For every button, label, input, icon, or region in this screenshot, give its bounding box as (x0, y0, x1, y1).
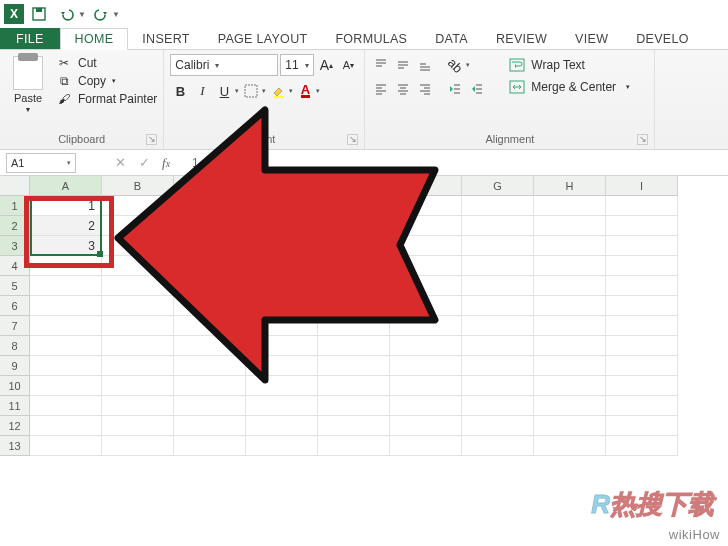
cell-D3[interactable] (246, 236, 318, 256)
paste-dropdown-icon[interactable]: ▼ (25, 106, 32, 113)
row-header-10[interactable]: 10 (0, 376, 30, 396)
cell-A6[interactable] (30, 296, 102, 316)
formula-value[interactable]: 1 (192, 156, 199, 170)
cell-A4[interactable] (30, 256, 102, 276)
enter-formula-button[interactable]: ✓ (134, 153, 154, 173)
row-header-9[interactable]: 9 (0, 356, 30, 376)
fill-dropdown-icon[interactable]: ▾ (289, 87, 293, 95)
tab-developer[interactable]: DEVELO (622, 28, 703, 49)
cell-A12[interactable] (30, 416, 102, 436)
cell-A10[interactable] (30, 376, 102, 396)
paste-button[interactable]: Paste ▼ (6, 54, 50, 131)
orientation-button[interactable]: ab (445, 54, 465, 76)
col-header-B[interactable]: B (102, 176, 174, 196)
font-size-combo[interactable]: 11▾ (280, 54, 314, 76)
undo-icon[interactable] (54, 2, 80, 26)
cell-D2[interactable] (246, 216, 318, 236)
cell-H3[interactable] (534, 236, 606, 256)
tab-data[interactable]: DATA (421, 28, 482, 49)
tab-insert[interactable]: INSERT (128, 28, 203, 49)
cut-button[interactable]: ✂ Cut (56, 56, 157, 70)
cell-C3[interactable] (174, 236, 246, 256)
align-left-button[interactable] (371, 78, 391, 100)
cell-B3[interactable] (102, 236, 174, 256)
underline-dropdown-icon[interactable]: ▾ (235, 87, 239, 95)
cell-B1[interactable] (102, 196, 174, 216)
fx-icon[interactable]: fx (162, 155, 170, 171)
font-color-button[interactable]: A (295, 80, 315, 102)
decrease-indent-button[interactable] (445, 78, 465, 100)
row-header-13[interactable]: 13 (0, 436, 30, 456)
row-header-3[interactable]: 3 (0, 236, 30, 256)
tab-review[interactable]: REVIEW (482, 28, 561, 49)
cell-G3[interactable] (462, 236, 534, 256)
fontcolor-dropdown-icon[interactable]: ▾ (316, 87, 320, 95)
merge-dropdown-icon[interactable]: ▾ (626, 83, 630, 91)
cell-C2[interactable] (174, 216, 246, 236)
align-top-button[interactable] (371, 54, 391, 76)
cell-E2[interactable] (318, 216, 390, 236)
col-header-F[interactable]: F (390, 176, 462, 196)
cell-C1[interactable] (174, 196, 246, 216)
cell-A9[interactable] (30, 356, 102, 376)
select-all-corner[interactable] (0, 176, 30, 196)
col-header-I[interactable]: I (606, 176, 678, 196)
row-header-7[interactable]: 7 (0, 316, 30, 336)
cells-area[interactable]: 1 2 3 (30, 196, 678, 456)
cell-A5[interactable] (30, 276, 102, 296)
col-header-C[interactable]: C (174, 176, 246, 196)
tab-file[interactable]: FILE (0, 28, 60, 49)
borders-button[interactable] (241, 80, 261, 102)
row-header-5[interactable]: 5 (0, 276, 30, 296)
wrap-text-button[interactable]: Wrap Text (503, 54, 636, 76)
copy-dropdown-icon[interactable]: ▾ (112, 77, 116, 85)
orientation-dropdown-icon[interactable]: ▾ (466, 61, 470, 69)
cell-F2[interactable] (390, 216, 462, 236)
cell-I3[interactable] (606, 236, 678, 256)
cell-H2[interactable] (534, 216, 606, 236)
qat-customize-icon[interactable]: ▼ (112, 10, 120, 19)
row-header-6[interactable]: 6 (0, 296, 30, 316)
bold-button[interactable]: B (170, 80, 190, 102)
italic-button[interactable]: I (192, 80, 212, 102)
cell-B2[interactable] (102, 216, 174, 236)
underline-button[interactable]: U (214, 80, 234, 102)
cell-F3[interactable] (390, 236, 462, 256)
alignment-dialog-launcher-icon[interactable]: ↘ (637, 134, 648, 145)
decrease-font-button[interactable]: A▾ (338, 54, 358, 76)
cell-E1[interactable] (318, 196, 390, 216)
col-header-G[interactable]: G (462, 176, 534, 196)
col-header-E[interactable]: E (318, 176, 390, 196)
col-header-H[interactable]: H (534, 176, 606, 196)
cell-A8[interactable] (30, 336, 102, 356)
align-middle-button[interactable] (393, 54, 413, 76)
font-dialog-launcher-icon[interactable]: ↘ (347, 134, 358, 145)
increase-font-button[interactable]: A▴ (316, 54, 336, 76)
cell-F1[interactable] (390, 196, 462, 216)
tab-home[interactable]: HOME (60, 28, 129, 50)
cancel-formula-button[interactable]: ✕ (110, 153, 130, 173)
cell-H1[interactable] (534, 196, 606, 216)
tab-view[interactable]: VIEW (561, 28, 622, 49)
row-header-2[interactable]: 2 (0, 216, 30, 236)
merge-center-button[interactable]: Merge & Center ▾ (503, 76, 636, 98)
cell-A13[interactable] (30, 436, 102, 456)
tab-page-layout[interactable]: PAGE LAYOUT (204, 28, 322, 49)
save-icon[interactable] (26, 2, 52, 26)
cell-I2[interactable] (606, 216, 678, 236)
cell-A7[interactable] (30, 316, 102, 336)
clipboard-dialog-launcher-icon[interactable]: ↘ (146, 134, 157, 145)
row-header-4[interactable]: 4 (0, 256, 30, 276)
cell-E3[interactable] (318, 236, 390, 256)
align-bottom-button[interactable] (415, 54, 435, 76)
row-header-8[interactable]: 8 (0, 336, 30, 356)
cell-G2[interactable] (462, 216, 534, 236)
col-header-D[interactable]: D (246, 176, 318, 196)
worksheet-grid[interactable]: 1 2 3 4 5 6 7 8 9 10 11 12 13 A B C D E … (0, 176, 728, 456)
cell-A11[interactable] (30, 396, 102, 416)
font-name-combo[interactable]: Calibri▾ (170, 54, 278, 76)
fill-color-button[interactable] (268, 80, 288, 102)
align-center-button[interactable] (393, 78, 413, 100)
increase-indent-button[interactable] (467, 78, 487, 100)
name-box[interactable]: A1 ▾ (6, 153, 76, 173)
